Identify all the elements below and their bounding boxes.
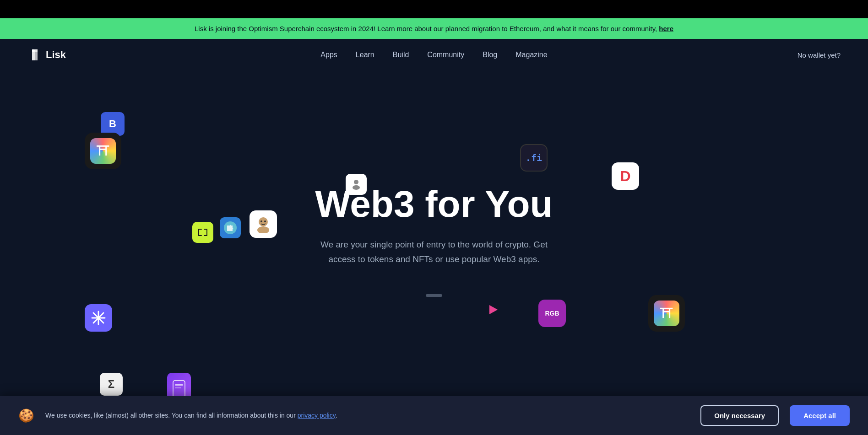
- floating-icon-torii-right: ⛩: [648, 295, 685, 332]
- svg-rect-5: [198, 235, 202, 236]
- svg-rect-7: [206, 229, 207, 236]
- announcement-link[interactable]: here: [659, 25, 673, 32]
- floating-icon-sigma: Σ: [100, 373, 123, 396]
- nav-magazine[interactable]: Magazine: [515, 51, 547, 59]
- nav-apps[interactable]: Apps: [320, 51, 337, 59]
- hero-content: Web3 for You We are your single point of…: [306, 183, 562, 297]
- svg-point-13: [264, 220, 266, 222]
- svg-rect-18: [175, 384, 183, 386]
- svg-point-16: [97, 317, 100, 319]
- announcement-text: Lisk is joining the Optimism Superchain …: [195, 25, 657, 32]
- announcement-banner: Lisk is joining the Optimism Superchain …: [0, 18, 868, 39]
- nav-build[interactable]: Build: [393, 51, 409, 59]
- navbar: Lisk Apps Learn Build Community Blog Mag…: [0, 39, 868, 71]
- floating-icon-bracket: [192, 222, 213, 243]
- svg-point-12: [260, 220, 262, 222]
- floating-icon-star: [85, 304, 112, 332]
- cookie-icon: 🍪: [18, 408, 34, 423]
- svg-point-10: [259, 217, 268, 226]
- scroll-dot: [426, 294, 442, 297]
- hero-section: B ⛩ .: [0, 71, 868, 419]
- nav-learn[interactable]: Learn: [356, 51, 374, 59]
- logo-text: Lisk: [46, 49, 66, 61]
- nav-blog[interactable]: Blog: [483, 51, 497, 59]
- logo-icon: [27, 48, 42, 62]
- svg-point-11: [257, 226, 269, 233]
- floating-icon-face: [250, 210, 277, 238]
- svg-point-2: [32, 49, 35, 52]
- accept-all-button[interactable]: Accept all: [790, 405, 850, 426]
- cookie-text: We use cookies, like (almost) all other …: [45, 411, 689, 420]
- floating-icon-torii-dark: ⛩: [85, 133, 121, 169]
- svg-rect-4: [198, 229, 199, 236]
- scroll-indicator: [306, 294, 562, 297]
- privacy-policy-link[interactable]: privacy policy: [298, 412, 336, 419]
- hero-subtitle: We are your single point of entry to the…: [306, 237, 562, 267]
- only-necessary-button[interactable]: Only necessary: [700, 405, 779, 426]
- floating-icon-rgb: RGB: [538, 300, 566, 327]
- svg-marker-1: [35, 52, 38, 60]
- nav-community[interactable]: Community: [427, 51, 464, 59]
- cookie-banner: 🍪 We use cookies, like (almost) all othe…: [0, 396, 868, 435]
- floating-icon-puzzle: [220, 217, 241, 238]
- torii-inner: ⛩: [90, 138, 116, 164]
- floating-icon-d: D: [612, 162, 639, 190]
- torii-right-inner: ⛩: [654, 301, 679, 326]
- svg-rect-19: [175, 387, 181, 388]
- floating-icon-fi: .fi: [520, 144, 548, 172]
- nav-links: Apps Learn Build Community Blog Magazine: [320, 51, 547, 59]
- logo[interactable]: Lisk: [27, 48, 66, 62]
- hero-title: Web3 for You: [306, 183, 562, 225]
- floating-icon-play: [485, 302, 501, 317]
- top-bar: [0, 0, 868, 18]
- svg-rect-8: [204, 235, 207, 236]
- wallet-button[interactable]: No wallet yet?: [797, 51, 841, 59]
